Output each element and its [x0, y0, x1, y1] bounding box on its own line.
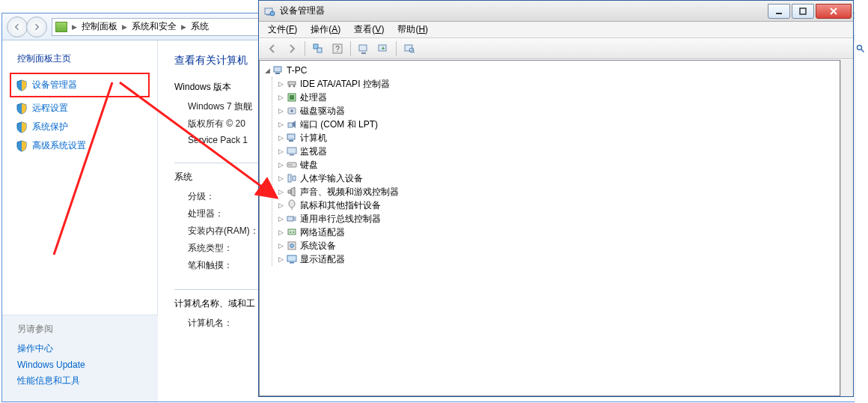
tool-back-button[interactable]: [263, 40, 281, 57]
sidebar-item-advanced[interactable]: 高级系统设置: [2, 136, 157, 155]
highlight-rect: 设备管理器: [10, 73, 150, 97]
expand-icon[interactable]: ▷: [276, 134, 285, 142]
svg-text:?: ?: [335, 45, 340, 53]
svg-point-45: [290, 244, 294, 248]
expand-icon[interactable]: ▷: [276, 175, 285, 182]
breadcrumb-item[interactable]: 控制面板: [82, 20, 117, 33]
minimize-button[interactable]: [768, 4, 790, 19]
tree-node[interactable]: ▷网络适配器: [276, 225, 840, 239]
tree-node-label: 端口 (COM 和 LPT): [299, 118, 378, 131]
sidebar: 控制面板主页 设备管理器 远程设置 系统保护 高级系统设置: [2, 40, 158, 402]
tool-scan-icon[interactable]: [355, 40, 373, 57]
svg-point-22: [293, 85, 296, 88]
search-icon[interactable]: [856, 44, 865, 53]
expand-icon[interactable]: ▷: [276, 228, 285, 236]
expand-icon[interactable]: ▷: [276, 107, 285, 115]
menu-action[interactable]: 操作(A): [305, 22, 346, 37]
tree-node[interactable]: ▷人体学输入设备: [276, 172, 840, 185]
tree-node[interactable]: ▷IDE ATA/ATAPI 控制器: [276, 77, 840, 91]
tree-node[interactable]: ▷通用串行总线控制器: [276, 212, 840, 225]
breadcrumb-item[interactable]: 系统: [191, 20, 209, 33]
tree-node[interactable]: ▷计算机: [276, 131, 840, 145]
collapse-icon[interactable]: ◢: [263, 67, 272, 74]
expand-icon[interactable]: ▷: [276, 202, 285, 209]
expand-icon[interactable]: ▷: [276, 255, 285, 263]
ref-link-perf-tools[interactable]: 性能信息和工具: [17, 372, 158, 390]
device-manager-icon: [263, 5, 275, 17]
device-category-icon: [285, 159, 299, 171]
shield-icon: [16, 79, 28, 91]
tree-node[interactable]: ▷鼠标和其他指针设备: [276, 199, 840, 212]
nav-forward-button[interactable]: [26, 16, 47, 37]
svg-rect-19: [275, 73, 280, 74]
vertical-scrollbar[interactable]: [840, 60, 853, 396]
chevron-right-icon: ▶: [122, 23, 127, 31]
sidebar-item-device-manager[interactable]: 设备管理器: [11, 76, 148, 94]
tree-node[interactable]: ▷声音、视频和游戏控制器: [276, 185, 840, 199]
refs-header: 另请参阅: [17, 323, 158, 336]
menu-view[interactable]: 查看(V): [348, 22, 390, 37]
svg-rect-47: [290, 262, 294, 264]
svg-line-17: [413, 52, 415, 53]
breadcrumb-item[interactable]: 系统和安全: [132, 20, 177, 33]
svg-rect-28: [287, 134, 295, 139]
svg-rect-36: [288, 175, 291, 182]
device-category-icon: [285, 186, 299, 198]
device-category-icon: [285, 213, 299, 225]
svg-rect-24: [290, 95, 294, 100]
menu-help[interactable]: 帮助(H): [391, 22, 434, 37]
maximize-button[interactable]: [792, 4, 814, 19]
svg-line-1: [861, 49, 864, 52]
svg-point-21: [289, 85, 291, 88]
svg-rect-6: [800, 8, 806, 14]
tool-properties-icon[interactable]: [309, 40, 327, 57]
shield-icon: [16, 140, 28, 152]
tree-node[interactable]: ▷处理器: [276, 91, 840, 104]
tree-root[interactable]: ◢ T-PC: [263, 64, 840, 77]
close-button[interactable]: [816, 4, 852, 19]
sidebar-item-protection[interactable]: 系统保护: [2, 118, 157, 136]
expand-icon[interactable]: ▷: [276, 215, 285, 222]
device-manager-window: 设备管理器 文件(F) 操作(A) 查看(V) 帮助(H) ? ◢ T-PC: [258, 0, 854, 397]
tree-node[interactable]: ▷键盘: [276, 158, 840, 172]
shield-icon: [16, 103, 28, 115]
chevron-right-icon: ▶: [181, 23, 186, 31]
window-title: 设备管理器: [280, 4, 766, 17]
device-category-icon: [285, 118, 299, 130]
expand-icon[interactable]: ▷: [276, 188, 285, 196]
tree-node-label: 鼠标和其他指针设备: [299, 199, 381, 212]
sidebar-item-label: 系统保护: [32, 121, 68, 133]
tree-node[interactable]: ▷磁盘驱动器: [276, 104, 840, 118]
expand-icon[interactable]: ▷: [276, 148, 285, 155]
sidebar-header[interactable]: 控制面板主页: [2, 52, 157, 73]
tool-forward-button[interactable]: [283, 40, 301, 57]
device-category-icon: [285, 78, 299, 90]
tree-node[interactable]: ▷显示适配器: [276, 252, 840, 266]
tree-node[interactable]: ▷端口 (COM 和 LPT): [276, 118, 840, 131]
titlebar[interactable]: 设备管理器: [259, 1, 853, 22]
tree-node[interactable]: ▷监视器: [276, 145, 840, 158]
expand-icon[interactable]: ▷: [276, 121, 285, 128]
tool-help-icon[interactable]: ?: [328, 40, 346, 57]
svg-point-0: [858, 46, 862, 50]
device-tree[interactable]: ◢ T-PC ▷IDE ATA/ATAPI 控制器▷处理器▷磁盘驱动器▷端口 (…: [259, 60, 840, 396]
menu-file[interactable]: 文件(F): [262, 22, 303, 37]
tree-node-label: IDE ATA/ATAPI 控制器: [299, 78, 390, 91]
ref-link-action-center[interactable]: 操作中心: [17, 340, 158, 357]
expand-icon[interactable]: ▷: [276, 161, 285, 169]
tree-node[interactable]: ▷系统设备: [276, 239, 840, 252]
shield-icon: [16, 121, 28, 133]
menubar: 文件(F) 操作(A) 查看(V) 帮助(H): [259, 22, 853, 38]
nav-back-button[interactable]: [7, 16, 28, 37]
tree-node-label: 处理器: [299, 91, 327, 104]
ref-link-windows-update[interactable]: Windows Update: [17, 357, 158, 372]
tool-update-icon[interactable]: [374, 40, 392, 57]
tree-node-label: 计算机: [299, 132, 327, 145]
svg-rect-13: [359, 45, 367, 51]
expand-icon[interactable]: ▷: [276, 80, 285, 88]
tool-refresh-icon[interactable]: [400, 40, 418, 57]
expand-icon[interactable]: ▷: [276, 94, 285, 101]
sidebar-item-remote[interactable]: 远程设置: [2, 99, 157, 118]
expand-icon[interactable]: ▷: [276, 242, 285, 249]
tree-root-label: T-PC: [285, 65, 307, 76]
